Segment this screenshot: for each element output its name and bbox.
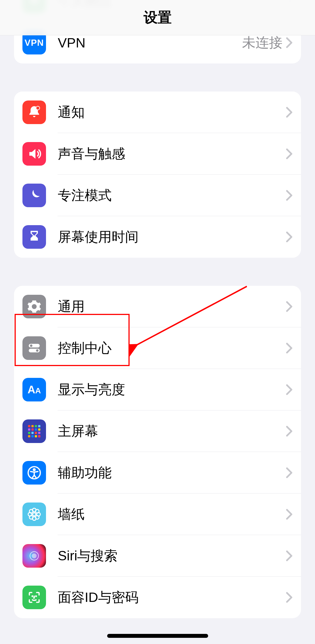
row-wallpaper[interactable]: 墙纸: [14, 494, 301, 535]
svg-point-1: [36, 106, 40, 110]
moon-icon: [22, 184, 46, 207]
flower-icon: [22, 503, 46, 526]
toggles-icon: [22, 336, 46, 360]
row-notifications[interactable]: 通知: [14, 92, 301, 133]
svg-point-8: [33, 513, 36, 516]
settings-list[interactable]: 个人热点 VPN VPN 未连接 通知: [0, 0, 315, 638]
wallpaper-label: 墙纸: [58, 505, 286, 523]
row-home-screen[interactable]: 主屏幕: [14, 410, 301, 452]
row-control-center[interactable]: 控制中心: [14, 327, 301, 369]
faceid-icon: [22, 586, 46, 609]
home-indicator[interactable]: [107, 634, 208, 638]
row-screentime[interactable]: 屏幕使用时间: [14, 216, 301, 258]
chevron-right-icon: [286, 550, 293, 561]
chevron-right-icon: [286, 426, 293, 437]
header: 设置: [0, 0, 315, 35]
display-label: 显示与亮度: [58, 381, 286, 399]
bell-icon: [22, 101, 46, 124]
vpn-label: VPN: [58, 35, 242, 51]
svg-point-20: [36, 596, 36, 597]
group-attention: 通知 声音与触感 专注模式: [14, 92, 301, 258]
general-label: 通用: [58, 298, 286, 316]
vpn-value: 未连接: [242, 34, 282, 52]
svg-point-7: [33, 469, 35, 471]
chevron-right-icon: [286, 301, 293, 312]
chevron-right-icon: [286, 37, 293, 48]
focus-label: 专注模式: [58, 186, 286, 204]
hourglass-icon: [22, 225, 46, 249]
chevron-right-icon: [286, 231, 293, 243]
sounds-label: 声音与触感: [58, 145, 286, 163]
accessibility-label: 辅助功能: [58, 464, 286, 482]
row-faceid[interactable]: 面容ID与密码: [14, 577, 301, 618]
home-screen-label: 主屏幕: [58, 422, 286, 440]
apps-grid-icon: [22, 419, 46, 443]
row-siri[interactable]: Siri与搜索: [14, 535, 301, 577]
speaker-icon: [22, 142, 46, 166]
page-title: 设置: [144, 8, 172, 27]
row-accessibility[interactable]: 辅助功能: [14, 452, 301, 494]
notifications-label: 通知: [58, 103, 286, 121]
chevron-right-icon: [286, 342, 293, 354]
siri-icon: [22, 544, 46, 568]
chevron-right-icon: [286, 148, 293, 159]
row-general[interactable]: 通用: [14, 286, 301, 327]
chevron-right-icon: [286, 592, 293, 603]
chevron-right-icon: [286, 509, 293, 520]
svg-point-18: [32, 553, 36, 558]
chevron-right-icon: [286, 107, 293, 118]
text-size-icon: AA: [22, 378, 46, 401]
group-system: 通用 控制中心 AA 显示与亮度: [14, 286, 301, 618]
row-display[interactable]: AA 显示与亮度: [14, 369, 301, 410]
chevron-right-icon: [286, 384, 293, 395]
row-sounds[interactable]: 声音与触感: [14, 133, 301, 175]
chevron-right-icon: [286, 467, 293, 478]
faceid-label: 面容ID与密码: [58, 588, 286, 606]
screentime-label: 屏幕使用时间: [58, 228, 286, 246]
svg-point-3: [30, 344, 33, 347]
svg-point-19: [32, 596, 33, 597]
control-center-label: 控制中心: [58, 339, 286, 357]
siri-label: Siri与搜索: [58, 547, 286, 565]
row-focus[interactable]: 专注模式: [14, 175, 301, 216]
svg-point-5: [36, 349, 39, 352]
chevron-right-icon: [286, 190, 293, 201]
gear-icon: [22, 295, 46, 318]
accessibility-icon: [22, 461, 46, 485]
